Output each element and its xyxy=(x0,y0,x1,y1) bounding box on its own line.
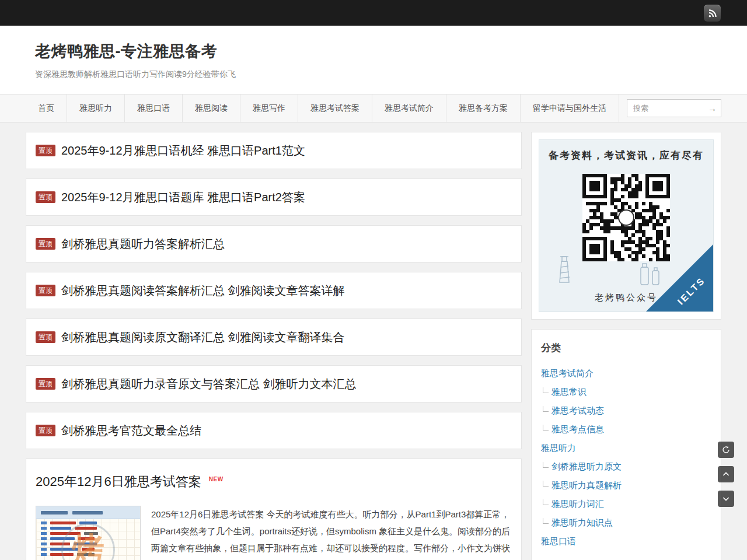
floating-toolbar xyxy=(718,442,734,507)
pinned-badge: 置顶 xyxy=(36,191,55,203)
nav-item[interactable]: 首页 xyxy=(26,94,67,122)
chevron-down-icon xyxy=(721,494,731,503)
category-link[interactable]: 雅思考试动态 xyxy=(551,405,604,415)
pinned-badge: 置顶 xyxy=(36,285,55,296)
post-title-link[interactable]: 剑桥雅思真题阅读原文翻译汇总 剑雅阅读文章翻译集合 xyxy=(61,330,345,345)
category-item: 雅思考点信息 xyxy=(541,420,711,439)
categories-heading: 分类 xyxy=(541,341,711,355)
category-item: 雅思考试简介 xyxy=(541,364,711,383)
top-bar xyxy=(0,0,747,26)
category-link[interactable]: 雅思听力知识点 xyxy=(551,517,613,527)
lighthouse-doodle xyxy=(554,253,574,284)
article-title-link[interactable]: 2025年12月6日雅思考试答案 xyxy=(36,474,201,489)
sidebar: 备考资料，考试资讯，应有尽有 老烤鸭公众号 IELTS xyxy=(531,132,721,560)
category-item: 雅思口语 xyxy=(541,532,711,551)
post-list: 置顶 2025年9-12月雅思口语机经 雅思口语Part1范文 置顶 2025年… xyxy=(26,132,522,560)
content-area: 置顶 2025年9-12月雅思口语机经 雅思口语Part1范文 置顶 2025年… xyxy=(14,123,733,560)
nav-item[interactable]: 雅思写作 xyxy=(240,94,298,122)
scroll-up-button[interactable] xyxy=(718,466,734,482)
category-item: 雅思听力知识点 xyxy=(541,513,711,532)
nav-menu: 首页 雅思听力 雅思口语 雅思阅读 雅思写作 雅思考试答案 雅思考试简介 雅思备… xyxy=(26,94,619,122)
category-item: 剑桥雅思听力原文 xyxy=(541,457,711,476)
nav-item[interactable]: 雅思听力 xyxy=(67,94,125,122)
category-item: 雅思考试动态 xyxy=(541,401,711,420)
main-nav: 首页 雅思听力 雅思口语 雅思阅读 雅思写作 雅思考试答案 雅思考试简介 雅思备… xyxy=(0,94,747,123)
pinned-post-card: 置顶 2025年9-12月雅思口语题库 雅思口语Part2答案 xyxy=(26,178,522,216)
pinned-post-card: 置顶 2025年9-12月雅思口语机经 雅思口语Part1范文 xyxy=(26,132,522,169)
pinned-post-card: 置顶 剑桥雅思真题阅读原文翻译汇总 剑雅阅读文章翻译集合 xyxy=(26,318,522,356)
pinned-post-card: 置顶 剑桥雅思真题听力答案解析汇总 xyxy=(26,225,522,262)
pinned-badge: 置顶 xyxy=(36,378,55,390)
category-link[interactable]: 雅思听力词汇 xyxy=(551,499,604,509)
nav-item[interactable]: 雅思考试答案 xyxy=(298,94,372,122)
article-excerpt: 2025年12月6日雅思考试答案 今天的考试难度有些大。听力部分，从Part1到… xyxy=(151,506,512,560)
rss-icon xyxy=(708,9,717,18)
pinned-posts: 置顶 2025年9-12月雅思口语机经 雅思口语Part1范文 置顶 2025年… xyxy=(26,132,522,449)
nav-item[interactable]: 留学申请与国外生活 xyxy=(521,94,619,122)
pinned-badge: 置顶 xyxy=(36,425,55,436)
search-submit-button[interactable]: → xyxy=(704,100,720,116)
scroll-down-button[interactable] xyxy=(718,491,734,507)
search-box: → xyxy=(627,99,721,117)
category-link[interactable]: 剑桥雅思听力原文 xyxy=(551,461,622,471)
post-title-link[interactable]: 剑桥雅思考官范文最全总结 xyxy=(61,423,201,438)
pinned-post-card: 置顶 剑桥雅思考官范文最全总结 xyxy=(26,412,522,449)
post-title-link[interactable]: 剑桥雅思真题听力录音原文与答案汇总 剑雅听力文本汇总 xyxy=(61,376,357,391)
ielts-ribbon: IELTS xyxy=(646,244,713,312)
circular-arrow-icon xyxy=(721,445,731,454)
article-title: 2025年12月6日雅思考试答案 NEW xyxy=(36,473,512,491)
category-link[interactable]: 雅思考点信息 xyxy=(551,424,604,434)
nav-item[interactable]: 雅思口语 xyxy=(125,94,183,122)
article-card: 2025年12月6日雅思考试答案 NEW 烤 xyxy=(26,459,522,560)
category-link[interactable]: 雅思考试简介 xyxy=(541,368,594,378)
wechat-qr-card[interactable]: 备考资料，考试资讯，应有尽有 老烤鸭公众号 IELTS xyxy=(539,139,714,312)
category-link[interactable]: 雅思口语 xyxy=(541,536,576,546)
nav-item[interactable]: 雅思备考方案 xyxy=(446,94,521,122)
category-item: 雅思听力 xyxy=(541,439,711,457)
category-item: 雅思听力真题解析 xyxy=(541,476,711,495)
qr-widget: 备考资料，考试资讯，应有尽有 老烤鸭公众号 IELTS xyxy=(531,132,721,320)
nav-item[interactable]: 雅思考试简介 xyxy=(372,94,446,122)
site-title[interactable]: 老烤鸭雅思-专注雅思备考 xyxy=(35,41,712,62)
category-link[interactable]: 雅思常识 xyxy=(551,387,587,397)
pinned-post-card: 置顶 剑桥雅思真题阅读答案解析汇总 剑雅阅读文章答案详解 xyxy=(26,272,522,309)
nav-item[interactable]: 雅思阅读 xyxy=(183,94,240,122)
qr-card-slogan: 备考资料，考试资讯，应有尽有 xyxy=(539,140,713,162)
post-title-link[interactable]: 2025年9-12月雅思口语机经 雅思口语Part1范文 xyxy=(61,143,305,158)
category-link[interactable]: 雅思听力真题解析 xyxy=(551,480,622,490)
pinned-badge: 置顶 xyxy=(36,238,55,250)
pinned-post-card: 置顶 剑桥雅思真题听力录音原文与答案汇总 剑雅听力文本汇总 xyxy=(26,365,522,402)
thumbnail-watermark: 烤 xyxy=(36,506,140,560)
categories-list: 雅思考试简介 雅思常识 雅思考试动态 雅思考点信息 雅思 xyxy=(541,364,711,551)
category-item: 雅思常识 xyxy=(541,383,711,401)
pinned-badge: 置顶 xyxy=(36,331,55,343)
category-link[interactable]: 雅思听力 xyxy=(541,443,576,453)
rss-button[interactable] xyxy=(704,5,721,22)
categories-widget: 分类 雅思考试简介 雅思常识 雅思考试动态 雅思考 xyxy=(531,329,721,560)
new-icon: NEW xyxy=(209,476,224,482)
site-header: 老烤鸭雅思-专注雅思备考 资深雅思教师解析雅思口语听力写作阅读9分经验带你飞 xyxy=(0,26,747,94)
site-tagline: 资深雅思教师解析雅思口语听力写作阅读9分经验带你飞 xyxy=(35,69,712,80)
pinned-badge: 置顶 xyxy=(36,145,55,156)
refresh-button[interactable] xyxy=(718,442,734,458)
article-thumbnail[interactable]: 烤 xyxy=(36,506,141,560)
post-title-link[interactable]: 2025年9-12月雅思口语题库 雅思口语Part2答案 xyxy=(61,190,305,205)
category-item: 雅思听力词汇 xyxy=(541,495,711,513)
post-title-link[interactable]: 剑桥雅思真题阅读答案解析汇总 剑雅阅读文章答案详解 xyxy=(61,283,345,298)
chevron-up-icon xyxy=(721,470,731,479)
post-title-link[interactable]: 剑桥雅思真题听力答案解析汇总 xyxy=(61,236,225,251)
